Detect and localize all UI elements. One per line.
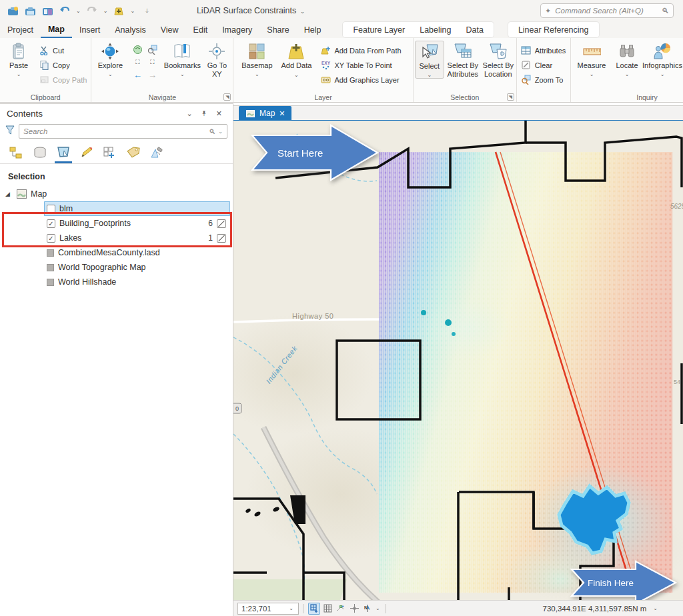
tab-help[interactable]: Help: [297, 23, 329, 37]
snapping-icon[interactable]: [335, 603, 347, 615]
coordinates-readout[interactable]: 730,344.91E 4,311,597.85N m: [543, 605, 647, 613]
tab-feature-layer[interactable]: Feature Layer: [346, 23, 412, 37]
clear-button[interactable]: Clear: [518, 59, 568, 71]
copy-path-button[interactable]: Copy Path: [36, 73, 89, 86]
tab-list-by-data-source[interactable]: [31, 146, 49, 163]
spatial-map-frame-icon[interactable]: [308, 603, 320, 615]
tab-project[interactable]: Project: [0, 23, 41, 37]
basemap-button[interactable]: Basemap⌄: [235, 41, 279, 77]
scale-dropdown-icon[interactable]: ⌄: [287, 605, 295, 611]
copy-button[interactable]: Copy: [36, 59, 89, 71]
infographics-button[interactable]: Infographics⌄: [643, 41, 682, 77]
previous-extent-icon[interactable]: ←: [132, 69, 143, 80]
infographics-dropdown-icon[interactable]: ⌄: [659, 71, 666, 77]
layer-row-lakes[interactable]: ✓ Lakes 1: [0, 231, 233, 245]
tab-list-by-labeling[interactable]: [125, 146, 142, 163]
building-footprints-checkbox[interactable]: ✓: [47, 219, 55, 228]
attributes-button[interactable]: Attributes: [518, 44, 568, 57]
add-data-quick-icon[interactable]: [111, 3, 126, 18]
tab-list-by-selection[interactable]: [55, 146, 72, 163]
select-button[interactable]: Select⌄: [415, 41, 444, 79]
tab-linear-referencing[interactable]: Linear Referencing: [511, 23, 596, 37]
cut-button[interactable]: Cut: [36, 44, 89, 57]
undo-icon[interactable]: [57, 3, 72, 18]
layer-row-world-hillshade[interactable]: World Hillshade: [0, 275, 233, 289]
customize-qat-icon[interactable]: ⍊: [144, 7, 150, 14]
tab-list-by-drawing-order[interactable]: [8, 146, 25, 163]
tab-analysis[interactable]: Analysis: [107, 23, 153, 37]
add-graphics-layer-button[interactable]: Add Graphics Layer: [317, 73, 404, 86]
tab-data[interactable]: Data: [458, 23, 490, 37]
add-data-from-path-button[interactable]: Add Data From Path: [317, 44, 404, 57]
paste-button[interactable]: Paste⌄: [1, 41, 36, 77]
tab-edit[interactable]: Edit: [186, 23, 215, 37]
select-by-location-button[interactable]: Select By Location: [482, 41, 515, 78]
layer-row-building-footprints[interactable]: ✓ Building_Footprints 6: [0, 216, 233, 231]
tab-share[interactable]: Share: [259, 23, 296, 37]
north-arrow-icon[interactable]: N: [362, 603, 374, 615]
status-options-dropdown-icon[interactable]: ⌄: [374, 605, 382, 611]
fixed-zoom-out-icon[interactable]: ⛶: [147, 57, 157, 67]
add-data-dropdown2-icon[interactable]: ⌄: [293, 72, 300, 78]
command-search-box[interactable]: ✦ Command Search (Alt+Q) 🔍︎: [540, 3, 674, 18]
tab-labeling[interactable]: Labeling: [412, 23, 458, 37]
tab-imagery[interactable]: Imagery: [215, 23, 259, 37]
add-data-dropdown-icon[interactable]: ⌄: [129, 8, 136, 14]
layer-row-blm[interactable]: blm: [44, 201, 230, 216]
new-project-icon[interactable]: [5, 3, 20, 18]
clear-selection-icon[interactable]: [217, 219, 226, 228]
tab-list-by-editing[interactable]: [78, 146, 95, 163]
redo-dropdown-icon[interactable]: ⌄: [102, 8, 109, 14]
map-view-tab[interactable]: Map ✕: [239, 106, 291, 121]
xy-table-to-point-button[interactable]: EXYXY Table To Point: [317, 59, 404, 71]
full-extent-icon[interactable]: [132, 44, 143, 55]
selection-dialog-launcher-icon[interactable]: ◥: [507, 93, 514, 101]
expander-icon[interactable]: ◢: [5, 191, 12, 197]
tab-list-by-snapping[interactable]: [101, 146, 119, 163]
goto-xy-button[interactable]: Go To XY: [202, 41, 231, 78]
clear-selection-icon[interactable]: [217, 234, 226, 243]
blm-checkbox[interactable]: [47, 205, 55, 213]
project-name-menu[interactable]: LiDAR Surface Constraints ⌄: [197, 6, 306, 15]
layer-row-map[interactable]: ◢ Map: [0, 187, 233, 201]
select-dropdown-icon[interactable]: ⌄: [426, 72, 433, 78]
tab-list-by-charts[interactable]: [148, 146, 165, 163]
open-project-icon[interactable]: [23, 3, 37, 18]
redo-icon[interactable]: [85, 3, 99, 18]
zoom-to-button[interactable]: Zoom To: [518, 73, 568, 86]
pane-close-icon[interactable]: ✕: [212, 109, 226, 118]
measure-button[interactable]: Measure⌄: [572, 41, 611, 77]
close-map-tab-icon[interactable]: ✕: [279, 109, 285, 118]
contents-search-dropdown-icon[interactable]: ⌄: [218, 129, 223, 135]
paste-dropdown-icon[interactable]: ⌄: [15, 71, 23, 77]
filter-icon[interactable]: [5, 125, 15, 137]
zoom-to-selection-icon[interactable]: [147, 44, 157, 55]
map-view[interactable]: 0: [233, 121, 683, 600]
fixed-zoom-in-icon[interactable]: ⛶: [132, 57, 143, 67]
pane-pin-icon[interactable]: 🖈︎: [197, 109, 212, 117]
tab-insert[interactable]: Insert: [72, 23, 107, 37]
crosshair-icon[interactable]: [348, 603, 360, 615]
contents-search-input[interactable]: Search 🔍︎ ⌄: [19, 124, 227, 139]
measure-dropdown-icon[interactable]: ⌄: [588, 71, 596, 77]
grid-icon[interactable]: [321, 603, 333, 615]
tab-map[interactable]: Map: [41, 22, 72, 38]
navigate-dialog-launcher-icon[interactable]: ◥: [223, 93, 231, 101]
layer-row-lasd[interactable]: CombinedMesaCounty.lasd: [0, 245, 233, 260]
save-project-icon[interactable]: [40, 3, 55, 18]
add-data-button[interactable]: Add Data ⌄: [279, 41, 313, 78]
locate-button[interactable]: Locate⌄: [611, 41, 643, 77]
basemap-dropdown-icon[interactable]: ⌄: [253, 71, 261, 77]
tab-view[interactable]: View: [153, 23, 186, 37]
bookmarks-dropdown-icon[interactable]: ⌄: [179, 71, 186, 77]
scale-select[interactable]: 1:23,701 ⌄: [237, 603, 299, 615]
coordinates-dropdown-icon[interactable]: ⌄: [652, 605, 659, 611]
pane-menu-icon[interactable]: ⌄: [183, 109, 197, 118]
layer-row-world-topographic[interactable]: World Topographic Map: [0, 260, 233, 275]
locate-dropdown-icon[interactable]: ⌄: [624, 71, 631, 77]
next-extent-icon[interactable]: →: [147, 69, 157, 80]
explore-button[interactable]: Explore⌄: [93, 41, 127, 77]
select-by-attributes-button[interactable]: Select By Attributes: [444, 41, 482, 78]
lakes-checkbox[interactable]: ✓: [47, 234, 55, 243]
bookmarks-button[interactable]: Bookmarks⌄: [162, 41, 202, 77]
